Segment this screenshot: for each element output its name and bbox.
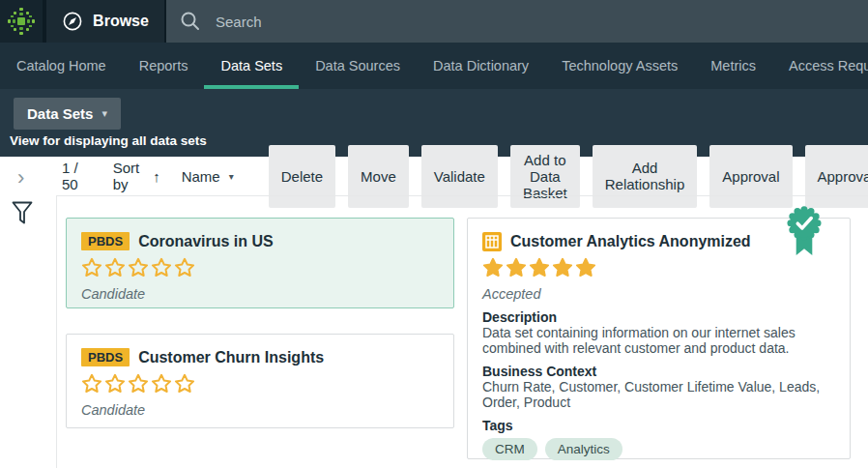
star-empty-icon[interactable] <box>104 373 126 395</box>
card-header: PBDS Coronavirus in US <box>81 231 439 251</box>
sort-field-dropdown[interactable]: Name ▾ <box>182 168 234 185</box>
business-context-text: Churn Rate, Customer, Customer Lifetime … <box>482 380 835 410</box>
asset-type-badge: PBDS <box>81 232 130 250</box>
status-text: Candidate <box>81 402 439 418</box>
pagination-counter: 1 / 50 <box>62 160 78 192</box>
sort-by-label: Sort by <box>113 160 140 192</box>
dataset-card-coronavirus-in-us[interactable]: PBDS Coronavirus in US Candidate <box>66 218 454 308</box>
status-text: Candidate <box>81 286 439 302</box>
move-button[interactable]: Move <box>348 145 409 208</box>
browse-label: Browse <box>93 13 149 30</box>
view-selector-label: Data Sets <box>27 105 93 122</box>
toolbar-actions: Delete Move Validate Add to Data Basket … <box>269 145 868 208</box>
brand-logo-icon <box>7 7 36 36</box>
dataset-card-customer-analytics-anonymized[interactable]: Customer Analytics Anonymized Accepted D… <box>467 218 851 459</box>
filter-funnel-icon <box>11 200 34 227</box>
star-empty-icon[interactable] <box>151 257 172 278</box>
expand-panel-chevron[interactable]: › <box>17 168 24 188</box>
description-text: Data set containing information on our i… <box>482 326 835 356</box>
app-logo[interactable] <box>0 0 43 43</box>
toolbar-bottom-divider <box>56 195 868 196</box>
card-title[interactable]: Customer Churn Insights <box>138 349 324 366</box>
rating-stars[interactable] <box>81 373 439 395</box>
description-label: Description <box>482 309 835 325</box>
tab-access-requests[interactable]: Access Requests <box>772 43 868 89</box>
filter-rail-divider <box>56 195 57 468</box>
filter-button[interactable] <box>11 200 34 231</box>
view-selector-button[interactable]: Data Sets ▾ <box>14 98 121 130</box>
tab-data-sources[interactable]: Data Sources <box>299 43 417 89</box>
tab-data-dictionary[interactable]: Data Dictionary <box>417 43 545 89</box>
star-empty-icon[interactable] <box>174 373 195 395</box>
caret-down-icon: ▾ <box>101 107 107 120</box>
delete-button[interactable]: Delete <box>269 145 335 208</box>
certified-ribbon-badge <box>784 205 825 261</box>
approval-button-2[interactable]: Approval <box>805 145 868 208</box>
catalog-nav-tabs: Catalog Home Reports Data Sets Data Sour… <box>0 43 868 89</box>
card-title[interactable]: Coronavirus in US <box>138 233 274 250</box>
tab-metrics[interactable]: Metrics <box>694 43 772 89</box>
add-relationship-button[interactable]: Add Relationship <box>593 145 698 208</box>
star-filled-icon[interactable] <box>552 257 573 278</box>
browse-menu-button[interactable]: Browse <box>46 0 164 43</box>
search-icon <box>179 10 202 33</box>
star-filled-icon[interactable] <box>529 257 550 278</box>
table-asset-icon <box>482 232 502 251</box>
star-empty-icon[interactable] <box>128 257 149 278</box>
star-empty-icon[interactable] <box>128 373 149 395</box>
star-empty-icon[interactable] <box>174 257 195 278</box>
rating-stars[interactable] <box>81 257 439 278</box>
tab-catalog-home[interactable]: Catalog Home <box>0 43 123 89</box>
search-bar[interactable] <box>166 0 868 43</box>
sort-field-value: Name <box>182 168 220 185</box>
caret-down-icon: ▾ <box>229 171 234 182</box>
add-to-data-basket-button[interactable]: Add to Data Basket <box>510 145 580 208</box>
validate-button[interactable]: Validate <box>421 145 498 208</box>
tab-technology-assets[interactable]: Technology Assets <box>545 43 694 89</box>
card-title[interactable]: Customer Analytics Anonymized <box>510 233 751 250</box>
search-input[interactable] <box>216 14 699 30</box>
view-caption: View for displaying all data sets <box>10 133 207 148</box>
rating-stars[interactable] <box>482 257 835 278</box>
tags-row: CRM Analytics <box>482 438 835 460</box>
tab-data-sets[interactable]: Data Sets <box>204 43 299 89</box>
tag-pill-analytics[interactable]: Analytics <box>545 438 622 460</box>
tag-pill-crm[interactable]: CRM <box>482 438 537 460</box>
catalog-app-window: Browse Catalog Home Reports Data Sets Da… <box>0 0 868 468</box>
star-filled-icon[interactable] <box>482 257 504 278</box>
status-text: Accepted <box>482 286 835 302</box>
tags-label: Tags <box>482 418 835 433</box>
star-filled-icon[interactable] <box>506 257 527 278</box>
compass-icon <box>62 11 83 32</box>
star-empty-icon[interactable] <box>151 373 172 395</box>
card-header: Customer Analytics Anonymized <box>482 231 835 251</box>
tab-reports[interactable]: Reports <box>123 43 205 89</box>
top-bar: Browse <box>0 0 868 43</box>
card-header: PBDS Customer Churn Insights <box>81 347 439 367</box>
sort-direction-ascending-icon[interactable]: ↑ <box>153 168 160 185</box>
star-empty-icon[interactable] <box>81 257 102 278</box>
star-empty-icon[interactable] <box>81 373 102 395</box>
asset-type-badge: PBDS <box>81 348 130 366</box>
star-filled-icon[interactable] <box>575 257 596 278</box>
results-toolbar: 1 / 50 Sort by ↑ Name ▾ Delete Move Vali… <box>0 157 868 195</box>
business-context-label: Business Context <box>482 364 835 379</box>
star-empty-icon[interactable] <box>104 257 126 278</box>
approval-button[interactable]: Approval <box>709 145 792 208</box>
dataset-card-customer-churn-insights[interactable]: PBDS Customer Churn Insights Candidate <box>66 334 454 428</box>
